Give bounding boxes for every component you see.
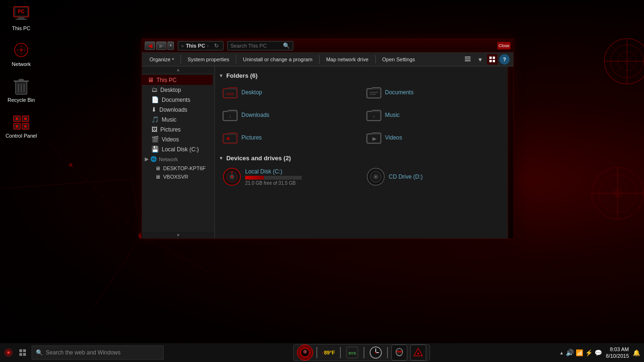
battery-icon[interactable]: ⚡ (585, 349, 593, 356)
dock-alien-item-1[interactable] (391, 346, 408, 360)
folder-downloads[interactable]: ↓ Downloads (219, 105, 361, 125)
sidebar-item-pictures[interactable]: 🖼 Pictures (142, 124, 213, 134)
view-tiles-button[interactable] (487, 54, 497, 65)
address-pc-label: This PC (186, 43, 205, 49)
search-box[interactable]: 🔍 (227, 41, 293, 50)
notification-icon[interactable]: 🔔 (633, 349, 640, 356)
organize-button[interactable]: Organize ▾ (146, 55, 178, 64)
drives-section-header[interactable]: ▼ Devices and drives (2) (219, 153, 504, 165)
folder-music-name: Music (385, 112, 400, 118)
svg-rect-48 (489, 57, 492, 59)
map-drive-button[interactable]: Map network drive (322, 55, 372, 64)
desktop-icon-recycle-bin[interactable]: Recycle Bin (5, 76, 38, 103)
toolbar-separator-3 (319, 55, 320, 64)
music-folder-icon: ♪ (366, 107, 381, 123)
weather-temp-label: 89°F (324, 350, 335, 355)
address-bar[interactable]: » This PC › ↻ (178, 41, 223, 50)
navigation-controls: ◀ ▶ ▾ (145, 41, 174, 50)
sidebar-scroll-up[interactable]: ▲ (142, 66, 215, 73)
back-button[interactable]: ◀ (145, 41, 155, 50)
local-disk-c-info: Local Disk (C:) 21.0 GB free of 31.5 GB (245, 168, 302, 186)
desktop-icon-this-pc[interactable]: PC This PC (5, 5, 38, 31)
desktop-kpt-label: DESKTOP-KPT6F (163, 165, 206, 171)
folder-videos[interactable]: Videos (363, 127, 504, 148)
svg-rect-51 (493, 60, 495, 62)
local-disk-sidebar-label: Local Disk (C:) (162, 146, 199, 153)
local-disk-c-name: Local Disk (C:) (245, 168, 302, 175)
network-tray-icon[interactable]: 📶 (576, 349, 583, 356)
sidebar-item-music[interactable]: 🎵 Music (142, 115, 213, 124)
explorer-window: ◀ ▶ ▾ » This PC › ↻ 🔍 Close (141, 39, 514, 239)
view-dropdown-button[interactable]: ▾ (475, 54, 485, 65)
recycle-bin-icon (12, 76, 31, 95)
dock-alien-item-2[interactable] (410, 346, 427, 360)
sidebar-item-videos[interactable]: 🎬 Videos (142, 134, 213, 144)
desktop-icon-network[interactable]: Network (5, 41, 38, 67)
videos-sidebar-label: Videos (162, 136, 179, 143)
open-settings-button[interactable]: Open Settings (379, 55, 419, 64)
folder-pictures[interactable]: Pictures (219, 127, 361, 148)
sidebar-section-network[interactable]: ▶ 🌐 Network (142, 154, 213, 164)
message-icon[interactable]: 💬 (594, 349, 602, 356)
folder-videos-name: Videos (385, 134, 402, 141)
taskbar-search-box[interactable]: 🔍 Search the web and Windows (32, 346, 164, 360)
sidebar-item-local-disk[interactable]: 💾 Local Disk (C:) (142, 144, 213, 154)
system-clock[interactable]: 8:03 AM 8/10/2015 (606, 346, 629, 360)
folder-music[interactable]: ♪ Music (363, 105, 504, 125)
view-details-button[interactable] (462, 54, 473, 65)
taskbar: 🔍 Search the web and Windows (0, 343, 644, 362)
folder-documents[interactable]: Documents (363, 82, 504, 103)
close-button[interactable]: Close (497, 42, 511, 49)
sidebar-item-desktop-kpt[interactable]: 🖥 DESKTOP-KPT6F (142, 164, 213, 173)
svg-point-73 (375, 176, 377, 178)
address-arrow: › (207, 43, 209, 49)
organize-dropdown-icon: ▾ (172, 57, 174, 61)
music-sidebar-icon: 🎵 (151, 116, 159, 123)
folder-desktop-name: Desktop (241, 89, 262, 96)
drives-chevron-icon: ▼ (219, 156, 223, 161)
title-bar: ◀ ▶ ▾ » This PC › ↻ 🔍 Close (142, 39, 513, 52)
documents-sidebar-label: Documents (162, 97, 190, 103)
dock-weather-item[interactable]: 89°F (320, 346, 337, 360)
dock-stats-item[interactable]: SYS (344, 346, 361, 360)
desktop-folder-icon: DSK (223, 85, 238, 100)
this-pc-sidebar-label: This PC (157, 77, 177, 83)
back-arrow-icon: ◀ (148, 42, 152, 49)
forward-button[interactable]: ▶ (156, 41, 166, 50)
this-pc-sidebar-icon: 🖥 (148, 76, 154, 83)
dock-clock-item[interactable] (367, 346, 384, 360)
sidebar-item-downloads[interactable]: ⬇ Downloads (142, 105, 213, 115)
task-view-button[interactable] (16, 346, 29, 359)
svg-point-62 (227, 137, 230, 140)
pictures-folder-icon (223, 130, 238, 145)
desktop-icon-control-panel[interactable]: Control Panel (5, 112, 38, 139)
toolbar-right: ▾ ? (462, 54, 510, 65)
drive-local-disk-c[interactable]: Local Disk (C:) 21.0 GB free of 31.5 GB (219, 165, 361, 189)
documents-folder-icon (366, 85, 381, 100)
help-button[interactable]: ? (499, 54, 510, 65)
sidebar-item-vboxsvr[interactable]: 🖥 VBOXSVR (142, 173, 213, 181)
sidebar-item-this-pc[interactable]: 🖥 This PC (142, 75, 213, 85)
drive-cd-d[interactable]: CD Drive (D:) (363, 165, 504, 189)
this-pc-label: This PC (12, 25, 30, 31)
dock-orb-item[interactable] (297, 346, 314, 360)
control-panel-icon (12, 112, 31, 131)
search-input[interactable] (231, 43, 281, 49)
sidebar-scroll-down[interactable]: ▼ (142, 232, 215, 239)
svg-point-41 (16, 117, 18, 120)
folders-section-header[interactable]: ▼ Folders (6) (219, 70, 504, 82)
start-button[interactable] (2, 346, 15, 359)
sidebar-item-desktop[interactable]: 🗂 Desktop (142, 85, 213, 95)
folder-desktop[interactable]: DSK Desktop (219, 82, 361, 103)
system-properties-button[interactable]: System properties (184, 55, 233, 64)
volume-icon[interactable]: 🔊 (566, 349, 574, 356)
sidebar-item-documents[interactable]: 📄 Documents (142, 95, 213, 105)
uninstall-button[interactable]: Uninstall or change a program (239, 55, 316, 64)
folder-downloads-name: Downloads (241, 112, 269, 118)
tray-expand-icon[interactable]: ▲ (559, 350, 564, 355)
map-drive-label: Map network drive (326, 57, 369, 62)
toolbar-separator-4 (375, 55, 376, 64)
history-dropdown[interactable]: ▾ (167, 41, 174, 50)
svg-text:↓: ↓ (229, 113, 231, 119)
refresh-button[interactable]: ↻ (213, 42, 220, 49)
